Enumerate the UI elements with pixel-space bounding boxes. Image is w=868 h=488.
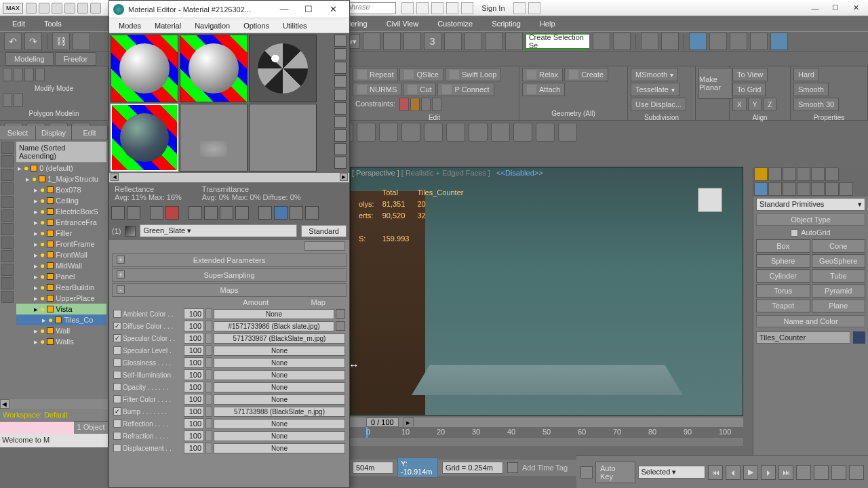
close-button[interactable]: ✕ bbox=[846, 2, 865, 14]
tree-item[interactable]: ▸●RearBuildin bbox=[16, 282, 106, 293]
me-tb-icon[interactable] bbox=[258, 206, 272, 220]
utilities-tab-icon[interactable] bbox=[825, 167, 839, 181]
map-slot-button[interactable]: None bbox=[214, 346, 345, 356]
repeat-button[interactable]: Repeat bbox=[353, 68, 398, 81]
me-tb-icon[interactable] bbox=[290, 206, 303, 220]
map-checkbox[interactable] bbox=[113, 420, 121, 428]
map-slot-button[interactable]: 571733987 (BlackSlate_m.jpg) bbox=[214, 333, 345, 344]
tree-item[interactable]: ▸●Vista bbox=[16, 304, 106, 314]
qslice-button[interactable]: QSlice bbox=[399, 68, 443, 81]
me-menu-navigation[interactable]: Navigation bbox=[188, 20, 237, 32]
geometry-cat-icon[interactable] bbox=[754, 182, 768, 196]
undo-button[interactable]: ↶ bbox=[4, 33, 22, 50]
create-tab-icon[interactable] bbox=[754, 167, 768, 181]
filter-icon[interactable] bbox=[1, 209, 14, 222]
scene-tree[interactable]: Name (Sorted Ascending) ▸●0 (default)▸●1… bbox=[15, 140, 108, 399]
tree-item[interactable]: ▸●Filler bbox=[16, 228, 106, 239]
scene-tab-edit[interactable]: Edit bbox=[72, 126, 108, 140]
tree-item[interactable]: ▸●Walls bbox=[16, 336, 106, 347]
filter-icon[interactable] bbox=[1, 182, 14, 195]
me-tb-icon[interactable] bbox=[204, 206, 218, 220]
create-button[interactable]: Create bbox=[564, 68, 608, 81]
map-slot-button[interactable]: #1571733986 (Black slate.jpg) bbox=[214, 321, 334, 331]
spinner-icon[interactable] bbox=[205, 418, 212, 429]
add-time-tag[interactable]: Add Time Tag bbox=[522, 464, 568, 472]
nurms-button[interactable]: NURMS bbox=[353, 83, 401, 96]
scene-header[interactable]: Name (Sorted Ascending) bbox=[16, 142, 106, 163]
render-frame-icon[interactable] bbox=[750, 33, 768, 50]
spinner-icon[interactable] bbox=[205, 333, 212, 344]
primitive-dropdown[interactable]: Standard Primitives▾ bbox=[756, 198, 865, 211]
map-slot-button[interactable]: None bbox=[214, 431, 345, 441]
me-tb-icon[interactable] bbox=[305, 206, 319, 220]
tree-item[interactable]: ▸●FrontFrame bbox=[16, 239, 106, 249]
me-side-icon[interactable] bbox=[334, 48, 347, 60]
signin-icon[interactable] bbox=[461, 2, 473, 14]
scene-tab-display[interactable]: Display bbox=[36, 126, 72, 140]
map-checkbox[interactable] bbox=[113, 359, 121, 367]
next-frame-icon[interactable]: ⏵ bbox=[761, 465, 776, 480]
time-tag-icon[interactable] bbox=[507, 462, 518, 473]
cut-button[interactable]: Cut bbox=[403, 83, 436, 96]
map-amount[interactable]: 100 bbox=[184, 357, 204, 368]
lights-cat-icon[interactable] bbox=[783, 182, 796, 196]
tab-modeling[interactable]: Modeling bbox=[5, 52, 54, 66]
donut-icon[interactable] bbox=[469, 123, 488, 142]
vp-label-persp[interactable]: [ Perspective ] bbox=[352, 169, 399, 177]
selection-set-dropdown[interactable]: Create Selection Se bbox=[526, 34, 590, 49]
autogrid-checkbox[interactable] bbox=[791, 229, 798, 237]
object-type-rollout[interactable]: Object Type bbox=[756, 214, 865, 226]
list-icon[interactable] bbox=[536, 123, 555, 142]
sample-slot-4[interactable] bbox=[111, 104, 178, 171]
map-amount[interactable]: 100 bbox=[184, 333, 204, 344]
tree-item[interactable]: ▸●ElectricBoxS bbox=[16, 206, 106, 217]
pick-material-icon[interactable] bbox=[125, 226, 136, 237]
scale-3-icon[interactable]: 3 bbox=[424, 33, 441, 50]
tree-item[interactable]: ▸●1_MajorStructu bbox=[16, 174, 106, 184]
filter-icon[interactable] bbox=[1, 264, 14, 276]
primitive-plane-button[interactable]: Plane bbox=[812, 299, 866, 312]
filter-icon[interactable] bbox=[1, 237, 14, 249]
modify-tab-icon[interactable] bbox=[768, 167, 782, 181]
map-amount[interactable]: 100 bbox=[184, 430, 204, 441]
me-tb-icon[interactable] bbox=[235, 206, 249, 220]
map-checkbox[interactable] bbox=[113, 444, 121, 452]
tree-item[interactable]: ▸●EntranceFra bbox=[16, 217, 106, 228]
map-slot-button[interactable]: None bbox=[214, 370, 345, 380]
me-side-icon[interactable] bbox=[334, 75, 347, 87]
spinner-icon[interactable] bbox=[205, 308, 212, 319]
autokey-button[interactable]: Auto Key bbox=[595, 462, 635, 483]
map-checkbox[interactable] bbox=[113, 371, 121, 379]
name-color-rollout[interactable]: Name and Color bbox=[756, 315, 865, 327]
scene-tab-select[interactable]: Select bbox=[0, 126, 36, 140]
filter-icon[interactable] bbox=[1, 291, 14, 303]
map-checkbox[interactable] bbox=[113, 432, 121, 440]
primitive-cylinder-button[interactable]: Cylinder bbox=[756, 269, 810, 283]
me-tb-icon[interactable] bbox=[127, 206, 140, 220]
tree-item[interactable]: ▸●FrontWall bbox=[16, 249, 106, 260]
mirror-icon[interactable] bbox=[593, 33, 610, 50]
map-slot-button[interactable]: None bbox=[214, 443, 345, 453]
qat-project-icon[interactable] bbox=[90, 3, 101, 14]
minimize-button[interactable]: — bbox=[806, 2, 825, 14]
me-side-icon[interactable] bbox=[334, 116, 347, 128]
primitive-sphere-button[interactable]: Sphere bbox=[756, 254, 810, 268]
me-menu-modes[interactable]: Modes bbox=[112, 20, 148, 32]
msmooth-button[interactable]: MSmooth ▾ bbox=[631, 68, 678, 81]
me-delete-icon[interactable] bbox=[165, 206, 179, 220]
rbtn[interactable] bbox=[14, 94, 23, 107]
x-icon[interactable] bbox=[513, 2, 526, 14]
x-coord[interactable]: 504m bbox=[353, 462, 393, 474]
object-name-input[interactable]: Tiles_Counter bbox=[756, 331, 850, 344]
smooth30-button[interactable]: Smooth 30 bbox=[793, 98, 839, 111]
snow-icon[interactable] bbox=[401, 123, 420, 142]
me-menu-utilities[interactable]: Utilities bbox=[276, 20, 313, 32]
map-checkbox[interactable] bbox=[113, 346, 121, 354]
map-amount[interactable]: 100 bbox=[184, 382, 204, 392]
perspective-viewport[interactable]: [ Perspective ] [ Realistic + Edged Face… bbox=[350, 167, 743, 416]
menu-tools[interactable]: Tools bbox=[35, 18, 71, 30]
material-editor-icon[interactable] bbox=[709, 33, 727, 50]
nav-icon[interactable] bbox=[796, 465, 811, 480]
map-amount[interactable]: 100 bbox=[184, 394, 204, 405]
grass-icon[interactable] bbox=[424, 123, 443, 142]
